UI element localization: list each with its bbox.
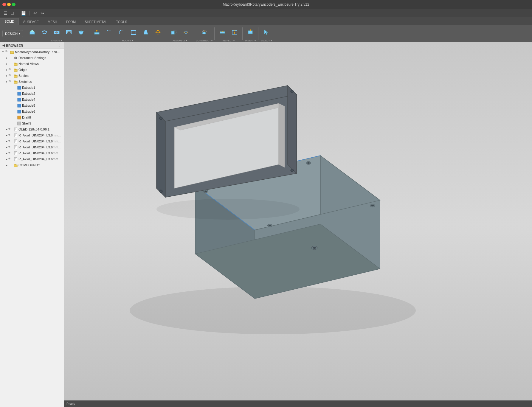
modify-press-pull-btn[interactable]: [91, 25, 103, 39]
create-shell-btn[interactable]: [63, 25, 75, 39]
svg-point-106: [156, 199, 300, 220]
browser-options-icon[interactable]: ⋮: [58, 44, 61, 47]
svg-point-108: [313, 247, 316, 249]
tab-mesh[interactable]: MESH: [43, 18, 62, 25]
separator6: [258, 27, 258, 40]
separator: [17, 11, 17, 15]
tree-item-r2[interactable]: ▶👁R_Axial_DIN0204_L3.6mm_D1.6mm...: [0, 138, 64, 144]
inspect-section-analysis-btn[interactable]: [229, 25, 241, 39]
item-icon-extrude5: [17, 103, 21, 108]
tree-arrow-sketches: ▶: [5, 80, 8, 83]
tree-item-extrude4[interactable]: Extrude4: [0, 97, 64, 102]
tab-solid[interactable]: SOLID: [0, 18, 19, 25]
tree-arrow-r5: ▶: [5, 157, 8, 161]
insert-icon: [247, 29, 254, 36]
tree-label-root: MacroKeyboard3RotaryEnco...: [15, 50, 63, 54]
visibility-icon-bodies[interactable]: 👁: [8, 74, 13, 78]
window-controls[interactable]: [2, 3, 15, 6]
visibility-icon-origin[interactable]: 👁: [8, 68, 13, 72]
tree-item-r5[interactable]: ▶👁R_Axial_DIN0204_L3.6mm_D1.6mm...: [0, 156, 64, 162]
create-loft-btn[interactable]: [75, 25, 87, 39]
modify-move-btn[interactable]: [152, 25, 164, 39]
viewport[interactable]: Ready: [64, 42, 532, 407]
assemble-new-component-btn[interactable]: [168, 25, 180, 39]
tab-form[interactable]: FORM: [62, 18, 80, 25]
tree-item-root[interactable]: ▼👁MacroKeyboard3RotaryEnco...: [0, 49, 64, 55]
quick-access-toolbar: ☰ □ 💾 ↩ ↪: [0, 9, 532, 17]
visibility-icon-sketches[interactable]: 👁: [8, 80, 13, 84]
tree-label-extrude2: Extrude2: [22, 92, 63, 95]
modify-chamfer-btn[interactable]: [115, 25, 127, 39]
close-button[interactable]: [2, 3, 6, 6]
browser-tree: ▼👁MacroKeyboard3RotaryEnco...▶Document S…: [0, 49, 64, 407]
undo-icon[interactable]: ↩: [32, 10, 38, 16]
new-icon[interactable]: □: [10, 10, 15, 16]
svg-point-101: [291, 91, 293, 92]
svg-marker-16: [155, 31, 156, 33]
tree-label-r3: R_Axial_DIN0204_L3.6mm_D1.6mm...: [18, 145, 63, 149]
tree-item-r1[interactable]: ▶👁R_Axial_DIN0204_L3.6mm_D1.6mm...: [0, 132, 64, 138]
tree-item-draft8[interactable]: Draft8: [0, 114, 64, 120]
minimize-button[interactable]: [7, 3, 11, 6]
extrude-icon: [29, 29, 36, 36]
modify-fillet-btn[interactable]: [103, 25, 115, 39]
visibility-icon-r2[interactable]: 👁: [8, 139, 13, 143]
tree-item-r3[interactable]: ▶👁R_Axial_DIN0204_L3.6mm_D1.6mm...: [0, 144, 64, 150]
create-revolve-btn[interactable]: [38, 25, 50, 39]
tree-label-extrude4: Extrude4: [22, 98, 63, 101]
item-icon-shell9: [17, 121, 21, 126]
tree-label-origin: Origin: [18, 68, 63, 72]
visibility-icon-r1[interactable]: 👁: [8, 133, 13, 137]
tree-item-r4[interactable]: ▶👁R_Axial_DIN0204_L3.6mm_D1.6mm...: [0, 150, 64, 156]
create-extrude-btn[interactable]: [26, 25, 38, 39]
construct-offset-plane-btn[interactable]: [198, 25, 210, 39]
tree-arrow-origin: ▶: [5, 68, 8, 72]
visibility-icon-oled[interactable]: 👁: [8, 127, 13, 131]
collapse-browser-icon[interactable]: ◀: [2, 44, 5, 47]
tree-item-extrude1[interactable]: Extrude1: [0, 85, 64, 91]
svg-rect-55: [14, 128, 17, 131]
visibility-icon-r5[interactable]: 👁: [8, 157, 13, 161]
tree-item-origin[interactable]: ▶👁Origin: [0, 67, 64, 73]
redo-icon[interactable]: ↪: [39, 10, 45, 16]
insert-btn[interactable]: [244, 25, 256, 39]
revolve-icon: [41, 29, 48, 36]
tree-item-docsettings[interactable]: ▶Document Settings: [0, 55, 64, 61]
tree-item-extrude6[interactable]: Extrude6: [0, 108, 64, 114]
visibility-icon-r4[interactable]: 👁: [8, 151, 13, 155]
tab-sheet-metal[interactable]: SHEET METAL: [80, 18, 111, 25]
maximize-button[interactable]: [12, 3, 15, 6]
select-btn[interactable]: [260, 25, 272, 39]
svg-rect-70: [14, 158, 17, 161]
tree-item-bodies[interactable]: ▶👁Bodies: [0, 73, 64, 79]
item-icon-extrude6: [17, 109, 21, 114]
svg-rect-53: [18, 116, 21, 119]
tree-item-compound[interactable]: ▶COMPOUND:1: [0, 162, 64, 168]
svg-rect-61: [14, 140, 17, 143]
save-icon[interactable]: 💾: [20, 10, 27, 16]
assemble-joint-btn[interactable]: [180, 25, 192, 39]
visibility-icon-r3[interactable]: 👁: [8, 145, 13, 149]
tree-item-oled[interactable]: ▶👁OLED-128x64-0.96:1: [0, 126, 64, 132]
tree-item-shell9[interactable]: Shell9: [0, 120, 64, 126]
tree-item-namedviews[interactable]: ▶Named Views: [0, 61, 64, 67]
tab-tools[interactable]: TOOLS: [112, 18, 132, 25]
tree-item-extrude2[interactable]: Extrude2: [0, 91, 64, 97]
offset-plane-icon: [201, 29, 208, 36]
inspect-measure-btn[interactable]: [216, 25, 228, 39]
separator: [89, 27, 89, 40]
create-hole-btn[interactable]: [51, 25, 63, 39]
tab-surface[interactable]: SURFACE: [19, 18, 43, 25]
tree-arrow-r3: ▶: [5, 145, 8, 149]
modify-shell-btn[interactable]: [128, 25, 139, 39]
tree-item-sketches[interactable]: ▶👁Sketches: [0, 79, 64, 85]
window-title: MacroKeyboard3RotaryEncoders_Enclosure T…: [223, 2, 309, 7]
menu-icon[interactable]: ☰: [2, 10, 9, 16]
design-dropdown[interactable]: DESIGN ▾: [2, 30, 23, 37]
svg-rect-18: [171, 31, 174, 34]
visibility-icon-root[interactable]: 👁: [5, 50, 9, 54]
tree-item-extrude5[interactable]: Extrude5: [0, 102, 64, 108]
svg-point-103: [160, 191, 162, 192]
item-icon-compound: [13, 163, 18, 167]
modify-draft-btn[interactable]: [140, 25, 152, 39]
